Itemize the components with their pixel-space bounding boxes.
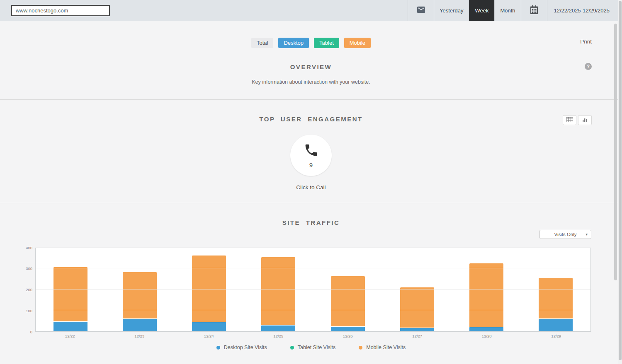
table-view-button[interactable] [563,115,576,125]
gridline [36,268,590,268]
x-tick-label: 12/25 [244,334,313,338]
bar-segment [53,322,87,331]
bar-segment [261,325,295,331]
y-tick-label: 200 [0,287,32,292]
bar-group-12-23 [105,248,174,331]
page-scrollbar-thumb[interactable] [619,1,622,360]
legend-label: Mobile Site Visits [366,345,406,350]
filter-mobile-button[interactable]: Mobile [344,38,371,48]
mail-button[interactable] [408,0,434,21]
bar-chart-icon [582,116,588,124]
bar-stack [123,272,157,331]
gridline [36,289,590,289]
bar-segment [331,327,365,331]
bar-stack [400,287,434,331]
legend-dot [359,346,362,350]
bar-segment [331,276,365,327]
chart-view-button[interactable] [578,115,592,125]
legend-item: Mobile Site Visits [359,345,406,350]
bar-segment [469,263,503,327]
filter-total-button[interactable]: Total [251,38,273,48]
x-axis: 12/2212/2312/2412/2512/2612/2712/2812/29 [35,334,591,338]
tab-month[interactable]: Month [494,0,520,21]
engagement-section: TOP USER ENGAGEMENT [0,100,622,203]
click-to-call-label: Click to Call [0,184,622,190]
content-scrollbar-thumb[interactable] [614,24,617,280]
filter-desktop-button[interactable]: Desktop [278,38,309,48]
topbar-right: Yesterday Week Month 12/22/2025-12/29/20… [408,0,616,21]
mail-icon [416,5,426,16]
x-tick-label: 12/26 [313,334,383,338]
bar-group-12-22 [36,248,105,331]
bar-stack [261,257,295,331]
legend-item: Desktop Site Visits [216,345,267,350]
bar-stack [192,256,226,331]
bar-stack [331,276,365,331]
legend-dot [216,346,220,350]
topbar: Yesterday Week Month 12/22/2025-12/29/20… [0,0,622,21]
bar-group-12-25 [244,248,313,331]
bar-segment [123,319,157,331]
bar-segment [123,272,157,318]
filter-tablet-button[interactable]: Tablet [314,38,339,48]
bar-segment [53,267,87,321]
x-tick-label: 12/23 [105,334,175,338]
engagement-title: TOP USER ENGAGEMENT [0,116,622,123]
click-to-call-metric: 9 [290,135,332,176]
x-tick-label: 12/22 [35,334,105,338]
date-range: 12/22/2025-12/29/2025 [547,0,616,21]
overview-section: Total Desktop Tablet Mobile Print OVERVI… [0,21,622,100]
y-tick-label: 300 [0,266,32,271]
page-scrollbar-track[interactable] [618,0,622,364]
x-tick-label: 12/28 [452,334,522,338]
help-icon[interactable]: ? [585,63,592,70]
phone-icon [304,142,319,159]
legend-label: Tablet Site Visits [298,345,335,350]
site-traffic-section: SITE TRAFFIC Visits Only ▾ 0100200300400… [0,203,622,364]
traffic-filter-selected: Visits Only [554,232,576,237]
site-traffic-title: SITE TRAFFIC [0,219,622,226]
bar-group-12-29 [521,248,590,331]
bar-group-12-27 [382,248,452,331]
overview-title: OVERVIEW [0,63,622,70]
chart-legend: Desktop Site VisitsTablet Site VisitsMob… [0,345,622,350]
bar-stack [539,278,573,331]
gridline [36,310,590,310]
table-view-icon [566,116,573,124]
chevron-down-icon: ▾ [586,232,588,236]
bar-segment [192,322,226,331]
bar-group-12-28 [452,248,521,331]
calendar-button[interactable] [521,0,547,21]
legend-item: Tablet Site Visits [290,345,335,350]
y-axis: 0100200300400 [0,248,32,332]
y-tick-label: 0 [0,330,32,334]
overview-subtitle: Key information about interaction with y… [0,79,622,85]
y-tick-label: 400 [0,246,32,250]
x-tick-label: 12/29 [522,334,591,338]
bar-segment [539,319,573,331]
legend-label: Desktop Site Visits [224,345,267,350]
site-traffic-chart: 0100200300400 12/2212/2312/2412/2512/261… [35,248,591,338]
print-button[interactable]: Print [580,39,592,45]
bar-stack [53,267,87,331]
legend-dot [290,346,294,350]
bar-segment [400,328,434,331]
device-filters: Total Desktop Tablet Mobile [0,38,622,48]
content: Total Desktop Tablet Mobile Print OVERVI… [0,21,622,364]
tab-yesterday[interactable]: Yesterday [434,0,469,21]
y-tick-label: 100 [0,309,32,313]
view-toggles [563,115,592,125]
chart-plot [35,248,591,332]
x-tick-label: 12/24 [174,334,244,338]
bar-segment [400,287,434,328]
bar-segment [469,327,503,331]
bar-segment [539,278,573,318]
bar-stack [469,263,503,331]
traffic-filter-dropdown[interactable]: Visits Only ▾ [539,230,591,239]
bar-group-12-24 [175,248,244,331]
tab-week[interactable]: Week [469,0,494,21]
click-to-call-count: 9 [309,162,313,169]
url-input[interactable] [11,5,110,16]
calendar-icon [529,5,539,16]
bar-group-12-26 [313,248,382,331]
